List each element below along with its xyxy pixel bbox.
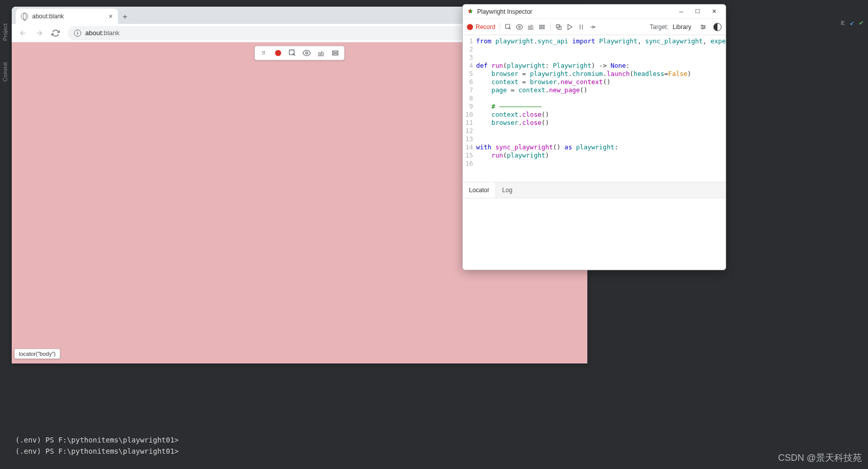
snapshot-icon[interactable]	[331, 48, 340, 58]
globe-icon	[21, 13, 28, 20]
svg-point-13	[594, 27, 595, 27]
svg-point-18	[704, 26, 705, 27]
inspector-titlebar[interactable]: Playwright Inspector ─ ☐ ✕	[463, 5, 726, 19]
code-line: 1from playwright.sync_api import Playwri…	[463, 37, 726, 45]
record-label: Record	[476, 23, 495, 31]
sidebar-tab-commit[interactable]: Commit	[0, 59, 10, 85]
terminal[interactable]: (.env) PS F:\pythonitems\playwright01> (…	[15, 434, 766, 457]
sidebar-tab-project[interactable]: Project	[0, 20, 10, 44]
svg-rect-2	[333, 51, 338, 53]
info-icon: i	[74, 30, 81, 37]
code-line: 12	[463, 127, 726, 135]
tab-title: about:blank	[32, 13, 64, 20]
terminal-line: (.env) PS F:\pythonitems\playwright01>	[15, 434, 766, 446]
target-select[interactable]: Library	[672, 22, 699, 32]
window-controls: ─ ☐ ✕	[674, 6, 722, 17]
tab-locator[interactable]: Locator	[463, 183, 496, 198]
terminal-line: (.env) PS F:\pythonitems\playwright01>	[15, 446, 766, 457]
code-line: 6 context = browser.new_context()	[463, 78, 726, 86]
copy-icon[interactable]	[555, 23, 563, 31]
code-line: 15 run(playwright)	[463, 151, 726, 160]
inspector-toolbar: Record ab Target: Library	[463, 19, 726, 35]
visibility-icon[interactable]	[515, 23, 524, 31]
snapshot-icon[interactable]	[538, 23, 546, 31]
close-button[interactable]: ✕	[706, 6, 722, 17]
drag-handle-icon[interactable]: ⠿	[259, 48, 268, 58]
code-line: 10 context.close()	[463, 111, 726, 119]
theme-toggle-icon[interactable]	[713, 23, 722, 31]
svg-rect-6	[539, 25, 544, 26]
code-line: 3	[463, 54, 726, 62]
separator	[550, 23, 551, 31]
code-line: 4def run(playwright: Playwright) -> None…	[463, 62, 726, 70]
address-text: about:blank	[85, 29, 119, 37]
code-line: 16	[463, 160, 726, 168]
git-label: it:	[841, 19, 846, 27]
target-group: Target: Library	[650, 22, 722, 32]
text-icon[interactable]: ab	[316, 48, 326, 58]
playwright-page-toolbar: ⠿ ab	[255, 46, 344, 60]
code-line: 5 browser = playwright.chromium.launch(h…	[463, 70, 726, 78]
tab-log[interactable]: Log	[496, 183, 518, 198]
close-icon[interactable]: ×	[109, 12, 113, 20]
maximize-button[interactable]: ☐	[690, 6, 705, 17]
inspector-bottom-panel	[463, 198, 726, 270]
new-tab-button[interactable]: +	[118, 10, 132, 24]
inspector-window: Playwright Inspector ─ ☐ ✕ Record ab Tar…	[462, 4, 726, 270]
step-icon[interactable]	[588, 23, 597, 31]
code-line: 8	[463, 94, 726, 102]
svg-point-17	[702, 24, 703, 25]
ide-left-sidebar: Project Commit	[0, 0, 12, 469]
playwright-logo-icon	[467, 8, 474, 15]
locator-tooltip: locator("body")	[14, 349, 60, 359]
reload-button[interactable]	[48, 26, 63, 40]
code-line: 14with sync_playwright() as playwright:	[463, 143, 726, 151]
svg-marker-10	[568, 24, 572, 30]
record-button[interactable]: Record	[467, 23, 495, 31]
pick-locator-icon[interactable]	[288, 48, 297, 58]
resume-icon[interactable]	[566, 23, 574, 31]
svg-point-5	[518, 26, 520, 28]
svg-rect-7	[539, 28, 544, 29]
visibility-icon[interactable]	[302, 48, 311, 58]
pause-icon[interactable]	[577, 23, 585, 31]
code-line: 7 page = context.new_page()	[463, 86, 726, 94]
git-pull-icon[interactable]: ↙	[850, 19, 855, 27]
code-line: 9 # ———————————	[463, 102, 726, 111]
record-icon[interactable]	[274, 48, 283, 58]
back-button[interactable]	[16, 26, 30, 40]
inspector-bottom-tabs: Locator Log	[463, 182, 726, 198]
code-line: 2	[463, 45, 726, 54]
minimize-button[interactable]: ─	[674, 6, 689, 17]
text-icon[interactable]: ab	[527, 23, 535, 31]
svg-rect-3	[333, 54, 338, 55]
code-editor[interactable]: 1from playwright.sync_api import Playwri…	[463, 35, 726, 182]
settings-icon[interactable]	[699, 23, 707, 31]
svg-point-1	[306, 52, 308, 54]
record-dot-icon	[467, 24, 473, 30]
pick-locator-icon[interactable]	[504, 23, 512, 31]
watermark: CSDN @景天科技苑	[778, 452, 862, 464]
forward-button[interactable]	[32, 26, 46, 40]
svg-point-19	[702, 28, 703, 29]
target-label: Target:	[650, 23, 668, 31]
code-line: 11 browser.close()	[463, 119, 726, 127]
inspector-title: Playwright Inspector	[477, 8, 674, 15]
separator	[500, 23, 500, 31]
code-line: 13	[463, 135, 726, 143]
git-check-icon[interactable]: ✔	[859, 19, 864, 27]
browser-tab[interactable]: about:blank ×	[16, 9, 118, 24]
ide-topright-controls: it: ↙ ✔	[841, 19, 864, 27]
